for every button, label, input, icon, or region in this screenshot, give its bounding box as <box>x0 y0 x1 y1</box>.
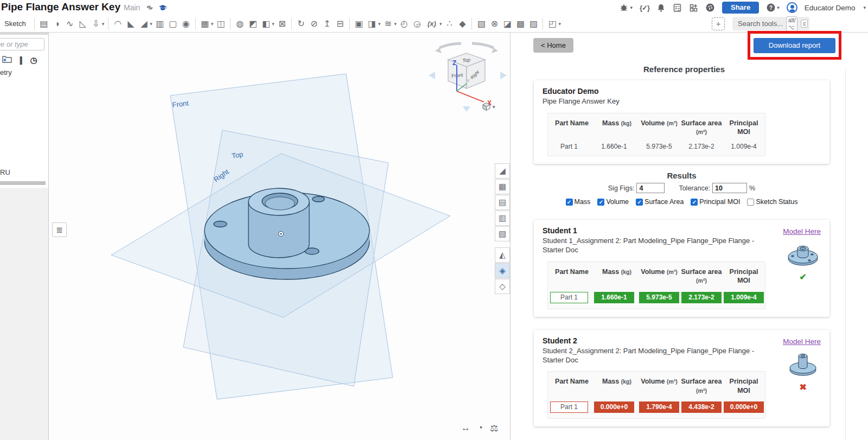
checkbox-box-icon[interactable] <box>597 199 604 206</box>
viewport-strip-tool-button[interactable]: ▦ <box>495 179 510 194</box>
apps-grid-icon[interactable] <box>689 3 698 12</box>
model-here-link[interactable]: Model Here <box>783 337 821 346</box>
help-icon[interactable]: ? ▾ <box>766 3 780 12</box>
select-tool-icon[interactable]: + <box>712 17 725 30</box>
horizontal-scrollbar[interactable] <box>0 181 46 185</box>
toolbar-tool-button[interactable]: ◢ ▾ <box>137 17 154 31</box>
model-viewport[interactable]: Front Top Right Top <box>49 33 510 440</box>
tasks-list-icon[interactable] <box>673 3 682 12</box>
tree-item-geometry[interactable]: etry <box>0 68 12 76</box>
viewport-bottom-tool-icon[interactable]: ◔ <box>477 423 483 434</box>
sig-figs-input[interactable] <box>636 183 665 193</box>
toolbar-tool-button[interactable]: ⊗ ▾ <box>488 17 501 31</box>
checkbox-box-icon[interactable] <box>691 199 698 206</box>
notifications-bell-icon[interactable] <box>656 3 666 12</box>
viewport-strip-tool-button[interactable]: ▤ <box>495 195 510 210</box>
pan-down-arrow-icon[interactable] <box>463 106 470 112</box>
checkbox-box-icon[interactable] <box>747 199 754 206</box>
chevron-down-icon[interactable]: ▾ <box>211 21 214 27</box>
sketch-tool-label[interactable]: Sketch <box>4 20 26 28</box>
viewport-bottom-tool-icon[interactable]: ↔ <box>461 423 470 434</box>
toolbar-tool-button[interactable]: ↻ ▾ <box>295 17 308 31</box>
user-avatar[interactable] <box>787 2 797 13</box>
view-options-menu[interactable]: ▾ <box>482 102 495 111</box>
versions-icon[interactable]: {✓} <box>640 4 649 12</box>
chevron-down-icon[interactable]: ▾ <box>272 21 275 27</box>
toolbar-tool-button[interactable]: ⊘ ▾ <box>308 17 321 31</box>
toolbar-tool-button[interactable]: ≋ ▾ <box>381 17 398 31</box>
checkbox-box-icon[interactable] <box>566 199 573 206</box>
toolbar-tool-button[interactable]: ↥ ▾ <box>321 17 334 31</box>
toolbar-tool-button[interactable]: ◺ ▾ <box>76 17 90 31</box>
new-folder-icon[interactable] <box>2 55 12 65</box>
chevron-down-icon[interactable]: ▾ <box>378 21 381 27</box>
tree-item-thru[interactable]: RU <box>0 168 10 176</box>
model-here-link[interactable]: Model Here <box>783 227 821 235</box>
chevron-down-icon[interactable]: ▾ <box>777 5 780 10</box>
pan-left-arrow-icon[interactable] <box>429 72 435 79</box>
toolbar-tool-button[interactable]: ◍ ▾ <box>233 17 246 31</box>
toolbar-tool-button[interactable]: ◪ ▾ <box>501 17 514 31</box>
chevron-down-icon[interactable]: ▾ <box>863 5 866 10</box>
toolbar-tool-button[interactable]: ▦ ▾ <box>199 17 215 31</box>
toolbar-tool-button[interactable]: ▢ ▾ <box>167 17 180 31</box>
toolbar-tool-button[interactable]: ◰ ▾ <box>546 17 562 31</box>
viewport-strip-tool-button[interactable]: ▧ <box>495 226 510 241</box>
toolbar-tool-button[interactable]: ⇩ ▾ <box>90 17 106 31</box>
download-report-button[interactable]: Download report <box>754 38 835 53</box>
results-checkbox[interactable]: Mass <box>566 198 591 206</box>
viewport-strip-tool-button[interactable]: ▥ <box>495 211 510 226</box>
toolbar-tool-button[interactable]: ◧ ▾ <box>259 17 276 31</box>
feature-tree-toolbar-icon[interactable]: ∥ <box>19 55 23 65</box>
home-button[interactable]: < Home <box>533 38 573 53</box>
toolbar-tool-button[interactable]: ◩ ▾ <box>246 17 259 31</box>
share-button[interactable]: Share <box>722 2 759 14</box>
debug-icon[interactable]: ▾ <box>619 3 633 12</box>
toolbar-tool-button[interactable]: ▧ ▾ <box>475 17 488 31</box>
feature-tree-toolbar-icon[interactable]: ◷ <box>30 55 37 65</box>
chevron-down-icon[interactable]: ▾ <box>150 21 152 27</box>
toolbar-tool-button[interactable]: ⊟ ▾ <box>334 17 347 31</box>
user-name[interactable]: Educator Demo <box>805 4 856 12</box>
results-checkbox[interactable]: Volume <box>597 198 629 206</box>
toolbar-tool-button[interactable]: ◑ ▾ <box>50 17 63 31</box>
tolerance-input[interactable] <box>712 183 747 193</box>
toolbar-tool-button[interactable]: ▣ ▾ <box>353 17 366 31</box>
toolbar-tool-button[interactable]: ◣ ▾ <box>124 17 137 31</box>
chevron-down-icon[interactable]: ▾ <box>630 5 633 10</box>
results-checkbox[interactable]: Principal MOI <box>691 198 740 206</box>
toolbar-tool-button[interactable]: ◉ ▾ <box>180 17 193 31</box>
toolbar-tool-button[interactable]: ◴ ▾ <box>398 17 411 31</box>
chevron-down-icon[interactable]: ▾ <box>439 21 442 27</box>
feature-filter-input[interactable]: ame or type <box>0 38 44 50</box>
toolbar-tool-button[interactable]: ▤ ▾ <box>37 17 50 31</box>
toolbar-tool-button[interactable]: ∿ ▾ <box>63 17 76 31</box>
link-icon[interactable] <box>144 2 155 13</box>
app-store-palette-icon[interactable] <box>705 3 715 12</box>
rotate-arrows-icon[interactable] <box>439 43 494 48</box>
toolbar-tool-button[interactable]: ◫ ▾ <box>214 17 227 31</box>
toolbar-tool-button[interactable]: ▨ ▾ <box>527 17 540 31</box>
chevron-down-icon[interactable]: ▾ <box>493 104 495 110</box>
toolbar-tool-button[interactable]: ◨ ▾ <box>366 17 382 31</box>
viewport-bottom-tool-icon[interactable]: ⚖ <box>490 423 498 434</box>
chevron-down-icon[interactable]: ▾ <box>394 21 397 27</box>
workspace-name[interactable]: Main <box>124 3 140 12</box>
checkbox-box-icon[interactable] <box>636 199 643 206</box>
viewport-strip-tool-button[interactable]: ◢ <box>495 163 510 178</box>
viewport-strip-tool-button[interactable]: ◈ <box>495 263 510 278</box>
toolbar-tool-button[interactable]: ▥ ▾ <box>154 17 167 31</box>
toolbar-tool-button[interactable]: ▩ ▾ <box>514 17 527 31</box>
chevron-down-icon[interactable]: ▾ <box>102 21 105 27</box>
view-cube[interactable]: Top Front Right Z X Y <box>423 33 510 117</box>
search-tools-input[interactable]: Search tools... alt/⌥ c <box>732 17 809 30</box>
toolbar-tool-button[interactable]: ◆ ▾ <box>456 17 469 31</box>
toolbar-tool-button[interactable]: ∴ ▾ <box>443 17 456 31</box>
viewport-strip-tool-button[interactable]: ◇ <box>495 279 510 294</box>
toolbar-tool-button[interactable]: (x) ▾ <box>424 17 443 31</box>
results-checkbox[interactable]: Sketch Status <box>747 198 797 206</box>
toolbar-tool-button[interactable]: ⊠ ▾ <box>276 17 289 31</box>
chevron-down-icon[interactable]: ▾ <box>558 21 561 27</box>
pan-right-arrow-icon[interactable] <box>500 72 507 79</box>
results-checkbox[interactable]: Surface Area <box>636 198 684 206</box>
